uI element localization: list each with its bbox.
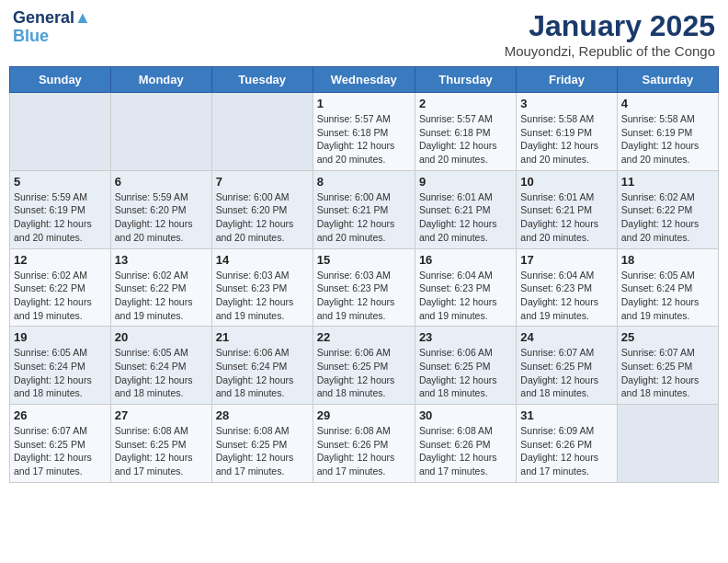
day-info: Sunrise: 6:05 AM Sunset: 6:24 PM Dayligh…: [115, 346, 208, 400]
week-row-1: 5Sunrise: 5:59 AM Sunset: 6:19 PM Daylig…: [10, 170, 719, 248]
day-header-tuesday: Tuesday: [211, 67, 313, 93]
calendar-cell: 16Sunrise: 6:04 AM Sunset: 6:23 PM Dayli…: [415, 248, 516, 327]
day-header-monday: Monday: [110, 67, 211, 93]
day-number: 19: [14, 330, 107, 344]
day-number: 16: [419, 253, 512, 267]
day-info: Sunrise: 6:01 AM Sunset: 6:21 PM Dayligh…: [520, 190, 612, 245]
calendar-cell: 18Sunrise: 6:05 AM Sunset: 6:24 PM Dayli…: [617, 248, 718, 327]
calendar-cell: 7Sunrise: 6:00 AM Sunset: 6:20 PM Daylig…: [211, 170, 313, 248]
day-info: Sunrise: 5:58 AM Sunset: 6:19 PM Dayligh…: [520, 112, 612, 167]
day-number: 4: [621, 97, 714, 110]
calendar-cell: 1Sunrise: 5:57 AM Sunset: 6:18 PM Daylig…: [313, 93, 415, 171]
day-number: 20: [115, 330, 208, 344]
day-info: Sunrise: 5:58 AM Sunset: 6:19 PM Dayligh…: [621, 112, 714, 167]
day-number: 21: [216, 330, 309, 344]
day-number: 7: [216, 175, 309, 189]
day-info: Sunrise: 6:07 AM Sunset: 6:25 PM Dayligh…: [14, 424, 107, 478]
day-number: 29: [317, 408, 411, 422]
calendar-cell: 26Sunrise: 6:07 AM Sunset: 6:25 PM Dayli…: [10, 405, 111, 483]
day-info: Sunrise: 6:01 AM Sunset: 6:21 PM Dayligh…: [419, 190, 512, 245]
calendar-cell: 3Sunrise: 5:58 AM Sunset: 6:19 PM Daylig…: [517, 93, 617, 171]
day-info: Sunrise: 5:57 AM Sunset: 6:18 PM Dayligh…: [419, 112, 512, 167]
day-number: 13: [115, 253, 208, 267]
day-number: 10: [520, 175, 612, 189]
day-info: Sunrise: 6:06 AM Sunset: 6:25 PM Dayligh…: [317, 346, 411, 400]
page-header: General▲ Blue January 2025 Mouyondzi, Re…: [9, 9, 719, 59]
calendar-cell: 22Sunrise: 6:06 AM Sunset: 6:25 PM Dayli…: [313, 327, 415, 405]
week-row-0: 1Sunrise: 5:57 AM Sunset: 6:18 PM Daylig…: [10, 93, 719, 171]
calendar-cell: 9Sunrise: 6:01 AM Sunset: 6:21 PM Daylig…: [415, 170, 516, 248]
calendar-cell: 27Sunrise: 6:08 AM Sunset: 6:25 PM Dayli…: [110, 405, 211, 483]
day-number: 12: [14, 253, 107, 267]
calendar-cell: 11Sunrise: 6:02 AM Sunset: 6:22 PM Dayli…: [617, 170, 718, 248]
calendar-cell: 20Sunrise: 6:05 AM Sunset: 6:24 PM Dayli…: [110, 327, 211, 405]
calendar-body: 1Sunrise: 5:57 AM Sunset: 6:18 PM Daylig…: [10, 93, 719, 483]
day-info: Sunrise: 6:06 AM Sunset: 6:25 PM Dayligh…: [419, 346, 512, 400]
calendar-cell: [617, 405, 718, 483]
day-info: Sunrise: 5:57 AM Sunset: 6:18 PM Dayligh…: [317, 112, 411, 167]
day-header-sunday: Sunday: [10, 67, 111, 93]
day-number: 8: [317, 175, 411, 189]
calendar-cell: 13Sunrise: 6:02 AM Sunset: 6:22 PM Dayli…: [110, 248, 211, 327]
calendar-cell: 6Sunrise: 5:59 AM Sunset: 6:20 PM Daylig…: [110, 170, 211, 248]
calendar-cell: 21Sunrise: 6:06 AM Sunset: 6:24 PM Dayli…: [211, 327, 313, 405]
day-info: Sunrise: 6:02 AM Sunset: 6:22 PM Dayligh…: [621, 190, 714, 245]
calendar-cell: 2Sunrise: 5:57 AM Sunset: 6:18 PM Daylig…: [415, 93, 516, 171]
day-info: Sunrise: 6:04 AM Sunset: 6:23 PM Dayligh…: [419, 269, 512, 323]
day-info: Sunrise: 6:02 AM Sunset: 6:22 PM Dayligh…: [14, 269, 107, 323]
calendar-cell: 15Sunrise: 6:03 AM Sunset: 6:23 PM Dayli…: [313, 248, 415, 327]
day-info: Sunrise: 6:08 AM Sunset: 6:25 PM Dayligh…: [115, 424, 208, 478]
day-number: 17: [520, 253, 612, 267]
day-info: Sunrise: 6:08 AM Sunset: 6:25 PM Dayligh…: [216, 424, 309, 478]
day-number: 24: [520, 330, 612, 344]
day-number: 28: [216, 408, 309, 422]
day-info: Sunrise: 6:03 AM Sunset: 6:23 PM Dayligh…: [317, 269, 411, 323]
calendar-cell: [10, 93, 111, 171]
week-row-3: 19Sunrise: 6:05 AM Sunset: 6:24 PM Dayli…: [10, 327, 719, 405]
day-number: 26: [14, 408, 107, 422]
day-number: 6: [115, 175, 208, 189]
day-info: Sunrise: 6:04 AM Sunset: 6:23 PM Dayligh…: [520, 269, 612, 323]
logo-line2: Blue: [13, 28, 91, 46]
day-number: 3: [520, 97, 612, 110]
day-number: 14: [216, 253, 309, 267]
day-header-wednesday: Wednesday: [313, 67, 415, 93]
day-number: 27: [115, 408, 208, 422]
calendar-cell: 23Sunrise: 6:06 AM Sunset: 6:25 PM Dayli…: [415, 327, 516, 405]
day-number: 15: [317, 253, 411, 267]
calendar-cell: 19Sunrise: 6:05 AM Sunset: 6:24 PM Dayli…: [10, 327, 111, 405]
day-number: 23: [419, 330, 512, 344]
day-info: Sunrise: 5:59 AM Sunset: 6:20 PM Dayligh…: [115, 190, 208, 245]
week-row-2: 12Sunrise: 6:02 AM Sunset: 6:22 PM Dayli…: [10, 248, 719, 327]
day-info: Sunrise: 6:08 AM Sunset: 6:26 PM Dayligh…: [419, 424, 512, 478]
calendar-cell: 29Sunrise: 6:08 AM Sunset: 6:26 PM Dayli…: [313, 405, 415, 483]
week-row-4: 26Sunrise: 6:07 AM Sunset: 6:25 PM Dayli…: [10, 405, 719, 483]
calendar-header-row: SundayMondayTuesdayWednesdayThursdayFrid…: [10, 67, 719, 93]
calendar-cell: 4Sunrise: 5:58 AM Sunset: 6:19 PM Daylig…: [617, 93, 718, 171]
calendar-cell: 28Sunrise: 6:08 AM Sunset: 6:25 PM Dayli…: [211, 405, 313, 483]
day-info: Sunrise: 6:07 AM Sunset: 6:25 PM Dayligh…: [520, 346, 612, 400]
calendar-cell: 25Sunrise: 6:07 AM Sunset: 6:25 PM Dayli…: [617, 327, 718, 405]
day-number: 25: [621, 330, 714, 344]
day-info: Sunrise: 6:03 AM Sunset: 6:23 PM Dayligh…: [216, 269, 309, 323]
day-info: Sunrise: 6:06 AM Sunset: 6:24 PM Dayligh…: [216, 346, 309, 400]
day-number: 18: [621, 253, 714, 267]
logo-line1: General▲: [13, 9, 91, 28]
day-number: 22: [317, 330, 411, 344]
day-number: 11: [621, 175, 714, 189]
calendar-cell: 14Sunrise: 6:03 AM Sunset: 6:23 PM Dayli…: [211, 248, 313, 327]
calendar-cell: 30Sunrise: 6:08 AM Sunset: 6:26 PM Dayli…: [415, 405, 516, 483]
day-info: Sunrise: 5:59 AM Sunset: 6:19 PM Dayligh…: [14, 190, 107, 245]
calendar-cell: 24Sunrise: 6:07 AM Sunset: 6:25 PM Dayli…: [517, 327, 617, 405]
main-title: January 2025: [505, 9, 715, 43]
calendar-cell: 10Sunrise: 6:01 AM Sunset: 6:21 PM Dayli…: [517, 170, 617, 248]
day-info: Sunrise: 6:07 AM Sunset: 6:25 PM Dayligh…: [621, 346, 714, 400]
calendar-cell: 31Sunrise: 6:09 AM Sunset: 6:26 PM Dayli…: [517, 405, 617, 483]
day-info: Sunrise: 6:09 AM Sunset: 6:26 PM Dayligh…: [520, 424, 612, 478]
calendar-cell: [211, 93, 313, 171]
calendar-cell: 12Sunrise: 6:02 AM Sunset: 6:22 PM Dayli…: [10, 248, 111, 327]
day-number: 5: [14, 175, 107, 189]
day-number: 30: [419, 408, 512, 422]
day-info: Sunrise: 6:02 AM Sunset: 6:22 PM Dayligh…: [115, 269, 208, 323]
day-info: Sunrise: 6:00 AM Sunset: 6:21 PM Dayligh…: [317, 190, 411, 245]
